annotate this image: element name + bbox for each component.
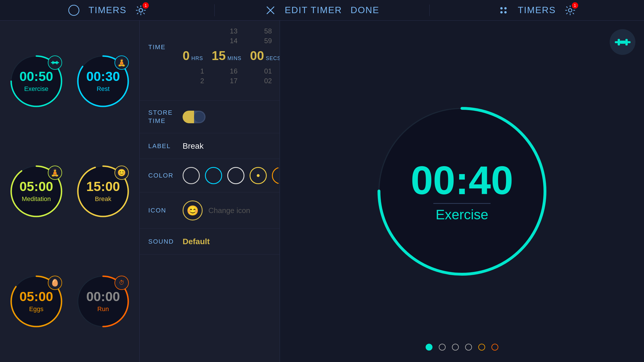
time-row: TIME 13 14 58	[140, 21, 280, 101]
exercise-label: Exercise	[24, 85, 48, 93]
icon-content: 😊 Change icon	[183, 200, 271, 220]
color-swatch-orange[interactable]	[272, 167, 280, 184]
svg-point-5	[504, 7, 507, 9]
page-dot-2[interactable]	[452, 344, 459, 351]
secs-val-01[interactable]: 01	[255, 66, 280, 76]
svg-rect-30	[620, 41, 625, 44]
hrs-val-2[interactable]: 2	[192, 76, 212, 86]
sound-value[interactable]: Default	[183, 237, 210, 246]
label-label: LABEL	[148, 142, 183, 150]
svg-point-6	[500, 11, 503, 13]
timer-item-eggs[interactable]: 05:00 Eggs 🥚	[6, 249, 67, 353]
sound-content: Default	[183, 237, 271, 246]
secs-selected: 00 SECS	[250, 48, 280, 63]
label-row: LABEL	[140, 133, 280, 159]
top-nav: TIMERS 1 EDIT TIMER DONE	[0, 0, 644, 21]
svg-rect-14	[56, 61, 58, 64]
timer-item-run[interactable]: 00:00 Run ⏱	[73, 249, 134, 353]
edit-timer-title: EDIT TIMER	[285, 5, 342, 15]
store-time-toggle[interactable]	[183, 111, 206, 123]
store-time-row: STORE TIME	[140, 101, 280, 133]
icon-label: ICON	[148, 207, 183, 214]
icon-display[interactable]: 😊	[183, 200, 203, 220]
eggs-time: 05:00	[19, 290, 53, 303]
svg-rect-28	[618, 39, 620, 45]
svg-point-0	[69, 5, 79, 15]
break-icon: 😊	[114, 166, 129, 180]
svg-rect-13	[52, 61, 54, 64]
timer-item-rest[interactable]: 00:30 Rest 🧘	[73, 29, 134, 134]
sound-label: SOUND	[148, 238, 183, 245]
grid-button[interactable]	[498, 5, 509, 16]
right-timer-ring: 00:40 Exercise	[373, 103, 551, 280]
mins-val-13[interactable]: 13	[221, 26, 246, 36]
time-label: TIME	[148, 26, 183, 51]
secs-val-02[interactable]: 02	[255, 76, 280, 86]
run-label: Run	[97, 305, 109, 313]
secs-val-58[interactable]: 58	[255, 26, 280, 36]
svg-rect-15	[54, 62, 56, 63]
page-dot-1[interactable]	[439, 344, 446, 351]
gear-badge-right: 1	[572, 2, 578, 9]
gear-button-left[interactable]: 1	[135, 5, 147, 16]
label-content	[183, 142, 271, 151]
close-button[interactable]	[265, 5, 276, 16]
right-timer-label: Exercise	[436, 207, 488, 222]
right-panel: 00:40 00:40 Exercise	[280, 21, 644, 362]
mins-val-16[interactable]: 16	[221, 66, 246, 76]
page-dot-0[interactable]	[426, 344, 432, 351]
right-timer-inner: 00:40 Exercise	[411, 160, 513, 222]
exercise-icon	[48, 55, 62, 70]
color-swatches-container	[183, 167, 280, 184]
page-dot-4[interactable]	[478, 344, 485, 351]
svg-point-8	[568, 9, 572, 12]
mins-value: 15	[212, 48, 226, 63]
page-dot-3[interactable]	[465, 344, 472, 351]
sound-row: SOUND Default	[140, 229, 280, 254]
hrs-val-1[interactable]: 1	[192, 66, 212, 76]
eggs-icon: 🥚	[48, 276, 62, 290]
toggle-knob	[194, 112, 204, 122]
svg-point-1	[139, 9, 143, 12]
store-time-content	[183, 111, 271, 123]
nav-left: TIMERS 1	[0, 4, 215, 16]
break-time: 15:00	[86, 180, 120, 193]
gear-button-right[interactable]: 1	[564, 5, 576, 16]
color-swatch-white[interactable]	[183, 167, 200, 184]
main-content: 00:50 Exercise	[0, 21, 644, 362]
timer-item-exercise[interactable]: 00:50 Exercise	[6, 29, 67, 134]
eggs-label: Eggs	[29, 305, 44, 313]
circle-button[interactable]	[68, 4, 80, 16]
label-input[interactable]	[183, 142, 271, 151]
meditation-icon: 🧘	[48, 166, 62, 180]
right-timer-divider	[433, 203, 491, 204]
secs-val-59[interactable]: 59	[255, 36, 280, 46]
mins-val-17[interactable]: 17	[221, 76, 246, 86]
store-time-label: STORE TIME	[148, 109, 183, 125]
page-dot-5[interactable]	[491, 344, 498, 351]
mins-val-14[interactable]: 14	[221, 36, 246, 46]
meditation-time: 05:00	[19, 180, 53, 193]
change-icon-text[interactable]: Change icon	[208, 206, 250, 215]
color-swatch-cyan[interactable]	[205, 167, 222, 184]
nav-right: TIMERS 1	[430, 5, 644, 16]
timer-list: 00:50 Exercise	[0, 21, 140, 362]
color-swatch-white2[interactable]	[227, 167, 244, 184]
rest-time: 00:30	[86, 70, 120, 83]
svg-point-7	[504, 11, 507, 13]
mins-unit: MINS	[227, 55, 241, 61]
right-icon-badge	[610, 29, 635, 55]
color-swatches	[183, 167, 280, 184]
done-button[interactable]: DONE	[351, 5, 379, 15]
timer-item-meditation[interactable]: 05:00 Meditation 🧘	[6, 139, 67, 244]
left-nav-title: TIMERS	[88, 5, 127, 15]
right-timer-time: 00:40	[411, 160, 513, 200]
meditation-label: Meditation	[22, 195, 51, 203]
color-swatch-yellow[interactable]	[250, 167, 267, 184]
timer-item-break[interactable]: 15:00 Break 😊	[73, 139, 134, 244]
time-picker[interactable]: 13 14 58 59 0 HRS	[183, 26, 280, 85]
icon-row: ICON 😊 Change icon	[140, 192, 280, 229]
hrs-unit: HRS	[191, 55, 203, 61]
mins-selected: 15 MINS	[212, 48, 242, 63]
color-row: COLOR	[140, 159, 280, 192]
